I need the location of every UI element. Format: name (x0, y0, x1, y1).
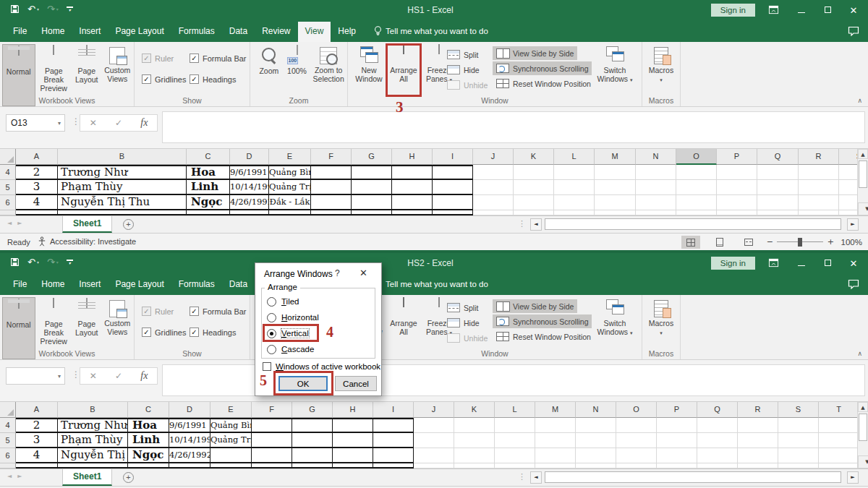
column-header-M[interactable]: M (595, 149, 636, 165)
cell-L5[interactable] (554, 180, 595, 195)
select-all-corner[interactable] (0, 149, 16, 165)
cell-S[interactable] (778, 463, 819, 468)
cell-L6[interactable] (495, 448, 535, 463)
cell-C4[interactable]: Hoa (187, 165, 230, 180)
column-header-B[interactable]: B (58, 149, 187, 165)
vscroll-up-arrow[interactable]: ▲ (858, 402, 868, 412)
cell-E5[interactable]: Quảng Trị (269, 180, 311, 195)
cell-O[interactable] (616, 463, 657, 468)
column-header-G[interactable]: G (352, 149, 392, 165)
add-sheet-button[interactable]: + (123, 472, 134, 483)
cancel-icon[interactable]: ✕ (90, 371, 97, 381)
sign-in-button[interactable]: Sign in (711, 257, 755, 270)
cell-P[interactable] (717, 210, 757, 215)
vscroll-thumb[interactable] (859, 160, 867, 188)
cell-O5[interactable] (676, 180, 717, 195)
cell-N4[interactable] (576, 418, 616, 433)
cell-D4[interactable]: 9/6/1991 (230, 165, 269, 180)
ribbon-display-options-icon[interactable] (768, 257, 780, 268)
cell-H[interactable] (392, 210, 433, 215)
column-header-C[interactable]: C (187, 149, 230, 165)
collapse-ribbon-icon[interactable]: ∧ (857, 350, 862, 357)
cell-Q5[interactable] (757, 180, 799, 195)
column-header-Q[interactable]: Q (757, 149, 799, 165)
cell-K4[interactable] (514, 165, 554, 180)
cell-D[interactable] (230, 210, 269, 215)
cell-J[interactable] (414, 463, 454, 468)
cell-L[interactable] (554, 210, 595, 215)
cell-T5[interactable] (819, 433, 859, 448)
column-header-G[interactable]: G (292, 402, 333, 418)
hscroll-right-arrow[interactable]: ► (847, 218, 859, 231)
zoom-slider[interactable] (777, 241, 823, 242)
cell-D6[interactable]: 4/26/1992 (230, 195, 269, 210)
column-header-O[interactable]: O (676, 149, 717, 165)
cell-Q6[interactable] (757, 195, 799, 210)
cell-L4[interactable] (554, 165, 595, 180)
column-header-H[interactable]: H (392, 149, 433, 165)
row-header-partial[interactable] (0, 210, 16, 215)
cell-D5[interactable]: 10/14/1991 (169, 433, 210, 448)
cell-P4[interactable] (657, 418, 697, 433)
column-header-J[interactable]: J (473, 149, 514, 165)
name-box[interactable]: O13▾ (6, 114, 65, 132)
cell-C6[interactable]: Ngọc (187, 195, 230, 210)
scrollbar-resize-handle[interactable]: ⋮ (518, 219, 526, 228)
page-break-shortcut[interactable] (739, 236, 758, 249)
cell-M5[interactable] (535, 433, 576, 448)
cell-H4[interactable] (392, 165, 433, 180)
cell-F6[interactable] (311, 195, 352, 210)
cell-J[interactable] (473, 210, 514, 215)
row-header-5[interactable]: 5 (0, 180, 16, 195)
cell-P4[interactable] (717, 165, 757, 180)
checkbox-box[interactable] (263, 362, 271, 371)
cell-H4[interactable] (333, 418, 373, 433)
column-header-E[interactable]: E (210, 402, 252, 418)
row-header-partial[interactable] (0, 463, 16, 468)
column-header-S[interactable]: S (778, 402, 819, 418)
cell-D4[interactable]: 9/6/1991 (169, 418, 210, 433)
cell-H[interactable] (333, 463, 373, 468)
cell-I4[interactable] (433, 165, 473, 180)
cell-K5[interactable] (514, 180, 554, 195)
arrange-all-button[interactable]: Arrange All (388, 296, 420, 336)
cell-I5[interactable] (433, 180, 473, 195)
cell-M6[interactable] (595, 195, 636, 210)
cell-K4[interactable] (454, 418, 495, 433)
sheet-tab[interactable]: Sheet1 (62, 469, 112, 486)
cell-J6[interactable] (414, 448, 454, 463)
cell-Q6[interactable] (697, 448, 738, 463)
cell-R5[interactable] (738, 433, 778, 448)
cell-B[interactable] (58, 463, 128, 468)
column-header-K[interactable]: K (454, 402, 495, 418)
dialog-help-button[interactable]: ? (335, 268, 340, 278)
cell-A5[interactable]: 3 (16, 180, 58, 195)
cell-E4[interactable]: Quảng Bình (269, 165, 311, 180)
zoom-out-button[interactable]: − (767, 237, 773, 247)
cell-N[interactable] (636, 210, 676, 215)
cell-P[interactable] (657, 463, 697, 468)
hide-button[interactable]: Hide (443, 63, 483, 77)
cell-B6[interactable]: Nguyễn Thị (58, 448, 128, 463)
cell-R4[interactable] (799, 165, 839, 180)
maximize-button[interactable] (822, 258, 833, 268)
cell-G5[interactable] (352, 180, 392, 195)
column-header-D[interactable]: D (169, 402, 210, 418)
ribbon-tab-review[interactable]: Review (255, 22, 297, 42)
cell-B4[interactable]: Trương Như (58, 418, 128, 433)
vscroll-thumb[interactable] (859, 414, 867, 441)
enter-icon[interactable]: ✓ (115, 371, 122, 381)
name-box[interactable]: ▾ (6, 367, 65, 385)
cell-N6[interactable] (636, 195, 676, 210)
collapse-ribbon-icon[interactable]: ∧ (857, 97, 862, 104)
cell-L5[interactable] (495, 433, 535, 448)
ribbon-tab-page-layout[interactable]: Page Layout (108, 22, 171, 42)
reset-window-position-button[interactable]: Reset Window Position (493, 330, 595, 343)
cell-I[interactable] (373, 463, 414, 468)
cell-P5[interactable] (717, 180, 757, 195)
cell-D6[interactable]: 4/26/1992 (169, 448, 210, 463)
zoom-in-button[interactable]: + (827, 237, 834, 247)
cell-G6[interactable] (292, 448, 333, 463)
cell-R[interactable] (738, 463, 778, 468)
cell-B4[interactable]: Trương Như (58, 165, 187, 180)
